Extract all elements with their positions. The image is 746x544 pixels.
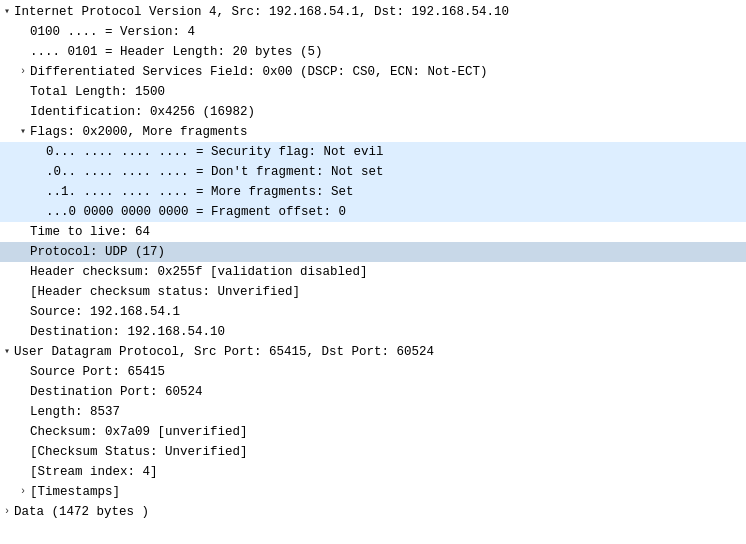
row-text-version: 0100 .... = Version: 4 (30, 23, 195, 41)
row-text-ttl: Time to live: 64 (30, 223, 150, 241)
tree-row-identification: Identification: 0x4256 (16982) (0, 102, 746, 122)
row-text-checksum-status: [Header checksum status: Unverified] (30, 283, 300, 301)
tree-row-checksum-status: [Header checksum status: Unverified] (0, 282, 746, 302)
packet-tree: ▾Internet Protocol Version 4, Src: 192.1… (0, 0, 746, 524)
row-text-dst-port: Destination Port: 60524 (30, 383, 203, 401)
toggle-closed-icon[interactable]: › (20, 63, 30, 81)
tree-row-version: 0100 .... = Version: 4 (0, 22, 746, 42)
tree-row-destination: Destination: 192.168.54.10 (0, 322, 746, 342)
row-text-security-flag: 0... .... .... .... = Security flag: Not… (46, 143, 384, 161)
row-text-total-length: Total Length: 1500 (30, 83, 165, 101)
row-text-fragment-offset: ...0 0000 0000 0000 = Fragment offset: 0 (46, 203, 346, 221)
tree-row-stream-index: [Stream index: 4] (0, 462, 746, 482)
toggle-closed-icon[interactable]: › (20, 483, 30, 501)
row-text-checksum-udp: Checksum: 0x7a09 [unverified] (30, 423, 248, 441)
row-text-header-length: .... 0101 = Header Length: 20 bytes (5) (30, 43, 323, 61)
tree-row-checksum-status-udp: [Checksum Status: Unverified] (0, 442, 746, 462)
row-text-header-checksum: Header checksum: 0x255f [validation disa… (30, 263, 368, 281)
row-text-ipv4-header: Internet Protocol Version 4, Src: 192.16… (14, 3, 509, 21)
row-text-more-fragments: ..1. .... .... .... = More fragments: Se… (46, 183, 354, 201)
tree-row-data[interactable]: ›Data (1472 bytes ) (0, 502, 746, 522)
tree-row-dont-fragment: .0.. .... .... .... = Don't fragment: No… (0, 162, 746, 182)
tree-row-flags[interactable]: ▾Flags: 0x2000, More fragments (0, 122, 746, 142)
tree-row-security-flag: 0... .... .... .... = Security flag: Not… (0, 142, 746, 162)
row-text-source: Source: 192.168.54.1 (30, 303, 180, 321)
tree-row-src-port: Source Port: 65415 (0, 362, 746, 382)
tree-row-ipv4-header[interactable]: ▾Internet Protocol Version 4, Src: 192.1… (0, 2, 746, 22)
tree-row-header-checksum: Header checksum: 0x255f [validation disa… (0, 262, 746, 282)
row-text-udp-header: User Datagram Protocol, Src Port: 65415,… (14, 343, 434, 361)
row-text-dont-fragment: .0.. .... .... .... = Don't fragment: No… (46, 163, 384, 181)
toggle-closed-icon[interactable]: › (4, 503, 14, 521)
tree-row-header-length: .... 0101 = Header Length: 20 bytes (5) (0, 42, 746, 62)
tree-row-checksum-udp: Checksum: 0x7a09 [unverified] (0, 422, 746, 442)
tree-row-total-length: Total Length: 1500 (0, 82, 746, 102)
tree-row-source: Source: 192.168.54.1 (0, 302, 746, 322)
toggle-open-icon[interactable]: ▾ (4, 343, 14, 361)
row-text-length: Length: 8537 (30, 403, 120, 421)
row-text-protocol: Protocol: UDP (17) (30, 243, 165, 261)
toggle-open-icon[interactable]: ▾ (20, 123, 30, 141)
tree-row-more-fragments: ..1. .... .... .... = More fragments: Se… (0, 182, 746, 202)
row-text-src-port: Source Port: 65415 (30, 363, 165, 381)
row-text-flags: Flags: 0x2000, More fragments (30, 123, 248, 141)
tree-row-fragment-offset: ...0 0000 0000 0000 = Fragment offset: 0 (0, 202, 746, 222)
row-text-data: Data (1472 bytes ) (14, 503, 149, 521)
row-text-checksum-status-udp: [Checksum Status: Unverified] (30, 443, 248, 461)
toggle-open-icon[interactable]: ▾ (4, 3, 14, 21)
tree-row-diff-services[interactable]: ›Differentiated Services Field: 0x00 (DS… (0, 62, 746, 82)
tree-row-length: Length: 8537 (0, 402, 746, 422)
tree-row-udp-header[interactable]: ▾User Datagram Protocol, Src Port: 65415… (0, 342, 746, 362)
tree-row-timestamps[interactable]: ›[Timestamps] (0, 482, 746, 502)
row-text-diff-services: Differentiated Services Field: 0x00 (DSC… (30, 63, 488, 81)
row-text-identification: Identification: 0x4256 (16982) (30, 103, 255, 121)
tree-row-dst-port: Destination Port: 60524 (0, 382, 746, 402)
row-text-stream-index: [Stream index: 4] (30, 463, 158, 481)
tree-row-protocol: Protocol: UDP (17) (0, 242, 746, 262)
row-text-timestamps: [Timestamps] (30, 483, 120, 501)
row-text-destination: Destination: 192.168.54.10 (30, 323, 225, 341)
tree-row-ttl: Time to live: 64 (0, 222, 746, 242)
